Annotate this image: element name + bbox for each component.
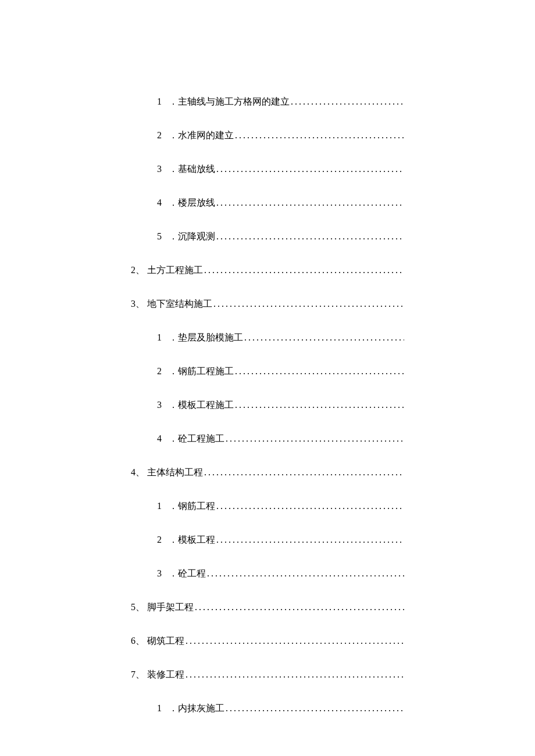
table-of-contents: 1．主轴线与施工方格网的建立2．水准网的建立 3．基础放线4．楼层放线 5．沉降… <box>131 96 404 715</box>
toc-entry: 7、装修工程 <box>131 669 404 681</box>
toc-number: 4、 <box>131 467 145 479</box>
toc-leader-dots <box>204 265 404 275</box>
toc-leader-dots <box>216 231 404 242</box>
toc-entry: 1．钢筋工程 <box>131 500 404 513</box>
toc-entry: 3、地下室结构施工 <box>131 298 404 310</box>
toc-leader-dots <box>195 602 404 612</box>
toc-number: 2、 <box>131 264 145 277</box>
toc-leader-dots <box>186 636 404 646</box>
toc-text: ．钢筋工程施工 <box>169 366 234 378</box>
toc-text: 装修工程 <box>147 669 184 681</box>
toc-number: 4 <box>157 433 162 444</box>
toc-leader-dots <box>216 535 404 545</box>
toc-text: ．垫层及胎模施工 <box>169 332 243 344</box>
toc-text: ．砼工程 <box>169 568 206 580</box>
toc-text: 脚手架工程 <box>147 601 194 614</box>
toc-number: 3、 <box>131 298 145 310</box>
toc-entry: 2．钢筋工程施工 <box>131 366 404 378</box>
toc-leader-dots <box>186 669 404 680</box>
toc-entry: 2．模板工程 <box>131 534 404 546</box>
toc-text: ．模板工程 <box>169 534 215 546</box>
toc-text: ．主轴线与施工方格网的建立 <box>169 96 290 108</box>
toc-number: 2 <box>157 130 162 141</box>
toc-entry: 5．沉降观测 <box>131 231 404 243</box>
toc-entry: 4．砼工程施工 <box>131 433 404 445</box>
toc-text: 砌筑工程 <box>147 635 184 647</box>
toc-leader-dots <box>235 400 404 410</box>
toc-leader-dots <box>226 703 404 714</box>
toc-leader-dots <box>204 467 404 478</box>
toc-number: 2 <box>157 366 162 377</box>
toc-entry: 1．主轴线与施工方格网的建立 <box>131 96 404 108</box>
toc-number: 3 <box>157 400 162 410</box>
toc-leader-dots <box>244 332 404 343</box>
toc-entry: 4．楼层放线 <box>131 197 404 209</box>
toc-leader-dots <box>216 198 404 208</box>
toc-text: ．模板工程施工 <box>169 399 234 411</box>
toc-entry: 5、脚手架工程 <box>131 601 404 614</box>
toc-entry: 1．内抹灰施工 <box>131 703 404 715</box>
toc-number: 1 <box>157 501 162 511</box>
toc-text: ．楼层放线 <box>169 197 215 209</box>
toc-number: 4 <box>157 198 162 208</box>
toc-number: 1 <box>157 332 162 343</box>
toc-text: ．基础放线 <box>169 163 215 175</box>
toc-leader-dots <box>226 433 404 444</box>
toc-leader-dots <box>235 366 404 377</box>
toc-entry: 1．垫层及胎模施工 <box>131 332 404 344</box>
toc-entry: 3．基础放线 <box>131 163 404 175</box>
toc-number: 6、 <box>131 635 145 647</box>
toc-text: ．内抹灰施工 <box>169 703 224 715</box>
toc-number: 3 <box>157 164 162 174</box>
toc-entry: 3．模板工程施工 <box>131 399 404 411</box>
toc-leader-dots <box>213 299 404 309</box>
toc-number: 2 <box>157 535 162 545</box>
toc-number: 1 <box>157 96 162 107</box>
toc-text: 地下室结构施工 <box>147 298 212 310</box>
toc-leader-dots <box>291 96 404 107</box>
toc-entry: 2、土方工程施工 <box>131 264 404 277</box>
toc-leader-dots <box>207 568 404 579</box>
toc-text: ．砼工程施工 <box>169 433 224 445</box>
toc-number: 1 <box>157 703 162 714</box>
toc-entry: 4、主体结构工程 <box>131 467 404 479</box>
toc-entry: 3．砼工程 <box>131 568 404 580</box>
toc-number: 5、 <box>131 601 145 614</box>
toc-leader-dots <box>235 130 404 141</box>
toc-number: 7、 <box>131 669 145 681</box>
toc-text: 土方工程施工 <box>147 264 203 277</box>
toc-text: ．沉降观测 <box>169 231 215 243</box>
toc-entry: 6、砌筑工程 <box>131 635 404 647</box>
toc-leader-dots <box>216 501 404 511</box>
toc-entry: 2．水准网的建立 <box>131 130 404 142</box>
toc-text: ．钢筋工程 <box>169 500 215 513</box>
toc-leader-dots <box>216 164 404 174</box>
toc-text: 主体结构工程 <box>147 467 203 479</box>
toc-text: ．水准网的建立 <box>169 130 234 142</box>
toc-number: 5 <box>157 231 162 242</box>
toc-number: 3 <box>157 568 162 579</box>
